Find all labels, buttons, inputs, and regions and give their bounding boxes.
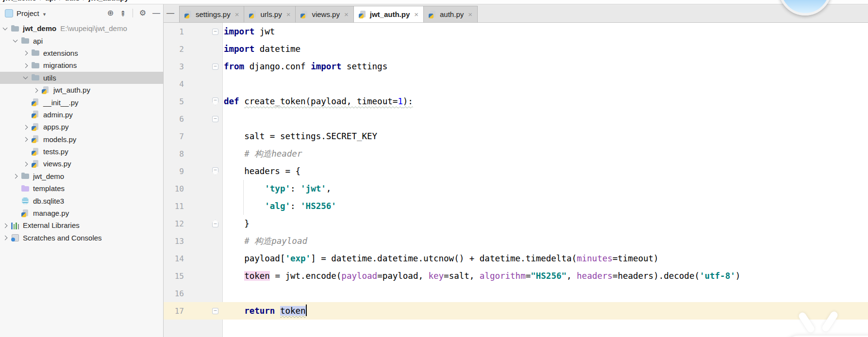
close-icon[interactable]: × <box>344 10 349 18</box>
project-tool-icon <box>5 9 13 17</box>
chevron-collapsed-icon[interactable] <box>23 137 27 141</box>
fold-marker-icon[interactable]: − <box>212 64 218 70</box>
code-text[interactable]: return token <box>223 302 307 320</box>
chevron-expanded-icon[interactable] <box>23 76 27 80</box>
code-line-3[interactable]: 3−from django.conf import settings <box>164 58 868 75</box>
chevron-expanded-icon[interactable] <box>3 27 7 31</box>
tabbar-minimize-icon[interactable]: — <box>167 9 174 17</box>
breadcrumb-item[interactable]: jwt_demo <box>3 0 36 2</box>
tree-item-scratches-and-consoles[interactable]: Scratches and Consoles <box>0 232 163 244</box>
code-line-7[interactable]: 7 salt = settings.SECRET_KEY <box>164 128 868 145</box>
code-editor[interactable]: 1−import jwt2import datetime3−from djang… <box>164 23 868 320</box>
code-text[interactable]: def create_token(payload, timeout=1): <box>223 93 413 110</box>
tree-item-apps-py[interactable]: apps.py <box>0 121 163 133</box>
project-dropdown[interactable]: Project ▾ <box>17 9 46 17</box>
tree-item-jwt-auth-py[interactable]: jwt_auth.py <box>0 84 163 96</box>
chevron-collapsed-icon[interactable] <box>23 51 27 55</box>
code-text[interactable]: } <box>223 215 250 232</box>
code-line-12[interactable]: 12− } <box>164 215 868 232</box>
chevron-collapsed-icon[interactable] <box>23 64 27 67</box>
tree-item-extensions[interactable]: extensions <box>0 47 163 59</box>
code-text[interactable]: import jwt <box>223 23 275 40</box>
code-line-11[interactable]: 11 'alg': 'HS256' <box>164 197 868 215</box>
line-number: 5 <box>164 97 184 106</box>
locate-file-icon[interactable]: ⊕ <box>107 9 114 17</box>
fold-marker-icon[interactable]: − <box>212 29 218 35</box>
close-icon[interactable]: × <box>414 10 418 18</box>
close-icon[interactable]: × <box>235 10 239 18</box>
breadcrumb-item[interactable]: api <box>45 0 56 2</box>
tab-urls-py[interactable]: urls.py× <box>244 6 296 22</box>
chevron-collapsed-icon[interactable] <box>3 224 7 227</box>
tab-settings-py[interactable]: settings.py× <box>179 6 244 22</box>
code-line-10[interactable]: 10 'typ': 'jwt', <box>164 180 868 197</box>
tree-item-manage-py[interactable]: manage.py <box>0 207 163 219</box>
code-text[interactable]: 'typ': 'jwt', <box>223 180 331 197</box>
line-number: 3 <box>164 62 184 71</box>
fold-marker-icon[interactable]: − <box>212 97 218 105</box>
tree-item-views-py[interactable]: views.py <box>0 158 163 170</box>
tree-item-label: tests.py <box>43 147 68 156</box>
chevron-collapsed-icon[interactable] <box>23 125 27 129</box>
tree-item-tests-py[interactable]: tests.py <box>0 145 163 158</box>
chevron-collapsed-icon[interactable] <box>13 174 17 178</box>
breadcrumb-item[interactable]: utils <box>65 0 80 2</box>
tree-item-api[interactable]: api <box>0 34 163 47</box>
fold-marker-icon[interactable]: − <box>212 116 218 122</box>
tree-item-templates[interactable]: templates <box>0 182 163 194</box>
code-text[interactable]: # 构造header <box>223 145 302 162</box>
tab-auth-py[interactable]: auth.py× <box>423 6 478 22</box>
code-line-13[interactable]: 13 # 构造payload <box>164 232 868 250</box>
code-line-15[interactable]: 15 token = jwt.encode(payload=payload, k… <box>164 267 868 285</box>
code-line-4[interactable]: 4 <box>164 75 868 93</box>
code-line-9[interactable]: 9− headers = { <box>164 162 868 180</box>
tree-item--init-py[interactable]: __init__.py <box>0 96 163 108</box>
close-icon[interactable]: × <box>468 10 472 18</box>
gear-icon[interactable]: ⚙ <box>139 9 146 17</box>
tree-item-migrations[interactable]: migrations <box>0 59 163 71</box>
code-text[interactable]: payload['exp'] = datetime.datetime.utcno… <box>223 250 659 267</box>
code-text[interactable]: 'alg': 'HS256' <box>223 197 336 215</box>
editor-tab-bar: — settings.py×urls.py×views.py×jwt_auth.… <box>164 4 868 23</box>
tree-item-jwt-demo[interactable]: jwt_demoE:\wupeiqi\jwt_demo <box>0 22 163 34</box>
tab-jwt-auth-py[interactable]: jwt_auth.py× <box>353 6 424 22</box>
code-line-14[interactable]: 14 payload['exp'] = datetime.datetime.ut… <box>164 250 868 267</box>
code-text[interactable]: headers = { <box>223 162 300 180</box>
tree-item-models-py[interactable]: models.py <box>0 133 163 145</box>
collapse-all-icon[interactable]: ⇞ <box>120 9 126 17</box>
tree-item-admin-py[interactable]: admin.py <box>0 109 163 121</box>
code-text[interactable]: from django.conf import settings <box>223 58 387 75</box>
breadcrumb-item[interactable]: jwt_auth.py <box>88 0 129 2</box>
code-text[interactable]: token = jwt.encode(payload=payload, key=… <box>223 267 740 285</box>
code-text[interactable]: import datetime <box>223 40 300 58</box>
python-file-icon <box>32 135 40 143</box>
code-text[interactable]: # 构造payload <box>223 232 307 250</box>
code-line-8[interactable]: 8 # 构造header <box>164 145 868 162</box>
chevron-collapsed-icon[interactable] <box>33 88 37 92</box>
tree-item-external-libraries[interactable]: External Libraries <box>0 219 163 231</box>
hide-panel-icon[interactable]: — <box>152 9 160 17</box>
code-token: token <box>280 306 306 316</box>
code-line-6[interactable]: 6− <box>164 110 868 128</box>
chevron-collapsed-icon[interactable] <box>23 162 27 166</box>
breadcrumb-items[interactable]: jwt_demo/api/utils/jwt_auth.py <box>3 0 129 2</box>
tree-item-utils[interactable]: utils <box>0 72 163 84</box>
code-line-1[interactable]: 1−import jwt <box>164 23 868 40</box>
code-line-2[interactable]: 2import datetime <box>164 40 868 58</box>
fold-marker-icon[interactable]: − <box>212 220 218 227</box>
code-line-5[interactable]: 5−def create_token(payload, timeout=1): <box>164 93 868 110</box>
chevron-collapsed-icon[interactable] <box>3 236 7 240</box>
close-icon[interactable]: × <box>286 10 291 18</box>
tree-item-jwt-demo[interactable]: jwt_demo <box>0 170 163 182</box>
tree-item-db-sqlite3[interactable]: db.sqlite3 <box>0 194 163 207</box>
chevron-expanded-icon[interactable] <box>13 39 17 43</box>
fold-marker-icon[interactable]: − <box>212 167 218 175</box>
code-line-16[interactable]: 16 <box>164 285 868 302</box>
tab-label: auth.py <box>440 10 464 18</box>
fold-marker-icon[interactable]: − <box>212 308 218 314</box>
code-text[interactable]: salt = settings.SECRET_KEY <box>223 128 377 145</box>
gutter-cell: 16 <box>164 285 223 302</box>
tab-views-py[interactable]: views.py× <box>295 6 353 22</box>
code-line-17[interactable]: 17− return token <box>164 302 868 320</box>
folder-icon <box>21 172 30 180</box>
